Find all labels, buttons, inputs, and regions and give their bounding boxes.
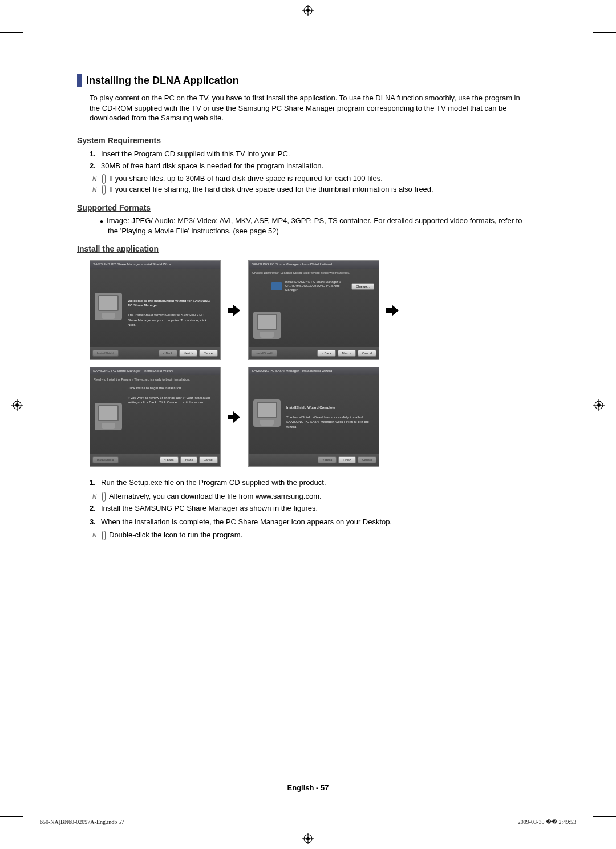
arrow-right-icon xyxy=(386,304,400,317)
crop-mark xyxy=(0,32,23,33)
back-button[interactable]: < Back xyxy=(317,350,336,357)
pc-icon xyxy=(253,399,281,427)
req-item-1: 1.Insert the Program CD supplied with th… xyxy=(90,148,528,160)
crop-mark xyxy=(37,0,37,23)
section-title: Installing the DLNA Application xyxy=(86,75,239,87)
registration-mark-icon xyxy=(593,399,605,411)
subheading-install-application: Install the application xyxy=(77,244,528,253)
arrow-right-icon xyxy=(228,304,241,317)
requirements-list: 1.Insert the Program CD supplied with th… xyxy=(90,148,528,172)
installer-body: The InstallShield Wizard will install SA… xyxy=(128,313,206,326)
finish-button[interactable]: Finish xyxy=(338,456,356,463)
cancel-button[interactable]: Cancel xyxy=(199,456,218,463)
source-file-label: 650-NA]BN68-02097A-Eng.indb 57 xyxy=(40,819,124,825)
formats-list: Image: JPEG/ Audio: MP3/ Video: AVI, MKV… xyxy=(100,216,528,236)
install-screenshots: SAMSUNG PC Share Manager - InstallShield… xyxy=(90,260,528,467)
req-note-1: NIf you share files, up to 30MB of hard … xyxy=(102,173,528,184)
req-item-1-text: Insert the Program CD supplied with this… xyxy=(101,149,290,158)
install-step-3: 3.When the installation is complete, the… xyxy=(90,516,528,528)
req-note-1-text: If you share files, up to 30MB of hard d… xyxy=(109,174,383,183)
change-button[interactable]: Change... xyxy=(351,283,374,290)
pc-icon xyxy=(95,403,122,430)
subheading-supported-formats: Supported Formats xyxy=(77,203,528,212)
req-item-2: 2.30MB of free hard disk space is needed… xyxy=(90,160,528,172)
installer-subheader: Choose Destination Location Select folde… xyxy=(249,269,379,277)
installer-titlebar: SAMSUNG PC Share Manager - InstallShield… xyxy=(249,261,379,269)
install-step-2: 2.Install the SAMSUNG PC Share Manager a… xyxy=(90,503,528,514)
svg-point-11 xyxy=(15,403,19,407)
install-note-b-text: Double-click the icon to run the program… xyxy=(109,531,242,539)
formats-bullet: Image: JPEG/ Audio: MP3/ Video: AVI, MKV… xyxy=(100,216,528,236)
installer-titlebar: SAMSUNG PC Share Manager - InstallShield… xyxy=(90,261,220,269)
pc-icon xyxy=(95,293,122,320)
back-button[interactable]: < Back xyxy=(159,350,177,357)
timestamp-label: 2009-03-30 �� 2:49:53 xyxy=(518,819,576,825)
registration-mark-icon xyxy=(11,399,23,411)
section-header: Installing the DLNA Application xyxy=(77,74,528,88)
installer-body: If you want to review or change any of y… xyxy=(128,396,210,404)
intro-paragraph: To play content on the PC on the TV, you… xyxy=(90,93,528,123)
installer-footer: < Back Finish Cancel xyxy=(249,454,379,466)
installer-installshield-label: InstallShield xyxy=(251,350,277,357)
installer-footer: InstallShield < Back Install Cancel xyxy=(90,454,220,466)
installer-heading: Welcome to the InstallShield Wizard for … xyxy=(128,299,210,307)
install-button[interactable]: Install xyxy=(180,456,197,463)
installer-heading: Click Install to begin the installation. xyxy=(128,386,182,390)
installer-titlebar: SAMSUNG PC Share Manager - InstallShield… xyxy=(249,367,379,375)
registration-mark-icon xyxy=(302,5,314,16)
installer-text: Click Install to begin the installation.… xyxy=(128,386,213,430)
installer-heading: InstallShield Wizard Complete xyxy=(286,406,335,409)
installer-body: The InstallShield Wizard has successfull… xyxy=(286,415,369,428)
installer-text: Welcome to the InstallShield Wizard for … xyxy=(128,298,213,327)
installer-footer: InstallShield < Back Next > Cancel xyxy=(90,347,220,359)
accent-bar-icon xyxy=(77,74,82,87)
page-content: Installing the DLNA Application To play … xyxy=(77,74,528,541)
screenshot-row-2: SAMSUNG PC Share Manager - InstallShield… xyxy=(90,367,528,467)
cancel-button[interactable]: Cancel xyxy=(358,350,376,357)
pc-icon xyxy=(253,312,281,339)
cancel-button[interactable]: Cancel xyxy=(199,350,218,357)
folder-icon xyxy=(271,282,282,290)
install-note-b: NDouble-click the icon to run the progra… xyxy=(102,529,528,541)
install-step-3-text: When the installation is complete, the P… xyxy=(101,518,392,526)
svg-point-3 xyxy=(306,9,310,12)
crop-mark xyxy=(593,816,616,817)
crop-mark xyxy=(0,816,23,817)
install-step-2-text: Install the SAMSUNG PC Share Manager as … xyxy=(101,504,318,512)
installer-screenshot-3: SAMSUNG PC Share Manager - InstallShield… xyxy=(90,367,221,467)
install-steps-list-cont: 2.Install the SAMSUNG PC Share Manager a… xyxy=(90,503,528,527)
install-note-a: NAlternatively, you can download the fil… xyxy=(102,491,528,502)
crop-mark xyxy=(37,826,37,849)
crop-mark xyxy=(579,0,579,23)
installer-screenshot-2: SAMSUNG PC Share Manager - InstallShield… xyxy=(248,260,379,360)
note-icon: N xyxy=(102,492,106,502)
note-icon: N xyxy=(102,531,106,540)
note-icon: N xyxy=(102,174,106,184)
next-button[interactable]: Next > xyxy=(338,350,356,357)
screenshot-row-1: SAMSUNG PC Share Manager - InstallShield… xyxy=(90,260,528,360)
req-note-2-text: If you cancel file sharing, the hard dis… xyxy=(109,185,433,193)
install-steps-list: 1.Run the Setup.exe file on the Program … xyxy=(90,477,528,488)
arrow-right-icon xyxy=(228,410,241,424)
installer-titlebar: SAMSUNG PC Share Manager - InstallShield… xyxy=(90,367,220,375)
install-path: Install SAMSUNG PC Share Manager to: C:\… xyxy=(285,280,348,292)
cancel-button[interactable]: Cancel xyxy=(358,456,376,463)
crop-mark xyxy=(593,32,616,33)
installer-subheader: Ready to Install the Program The wizard … xyxy=(90,375,220,383)
install-step-1-text: Run the Setup.exe file on the Program CD… xyxy=(101,478,326,487)
back-button[interactable]: < Back xyxy=(160,456,179,463)
installer-installshield-label: InstallShield xyxy=(92,456,119,463)
installer-installshield-label: InstallShield xyxy=(92,350,119,357)
next-button[interactable]: Next > xyxy=(179,350,197,357)
req-item-2-text: 30MB of free hard disk space is needed f… xyxy=(101,161,323,170)
installer-screenshot-1: SAMSUNG PC Share Manager - InstallShield… xyxy=(90,260,221,360)
req-note-2: NIf you cancel file sharing, the hard di… xyxy=(102,184,528,195)
back-button[interactable]: < Back xyxy=(318,456,337,463)
installer-screenshot-4: SAMSUNG PC Share Manager - InstallShield… xyxy=(248,367,379,467)
note-icon: N xyxy=(102,185,106,195)
install-note-a-text: Alternatively, you can download the file… xyxy=(109,492,322,500)
crop-mark xyxy=(579,826,579,849)
installer-footer: InstallShield < Back Next > Cancel xyxy=(249,347,379,359)
installer-text: InstallShield Wizard Complete The Instal… xyxy=(286,405,372,429)
registration-mark-icon xyxy=(302,833,314,844)
